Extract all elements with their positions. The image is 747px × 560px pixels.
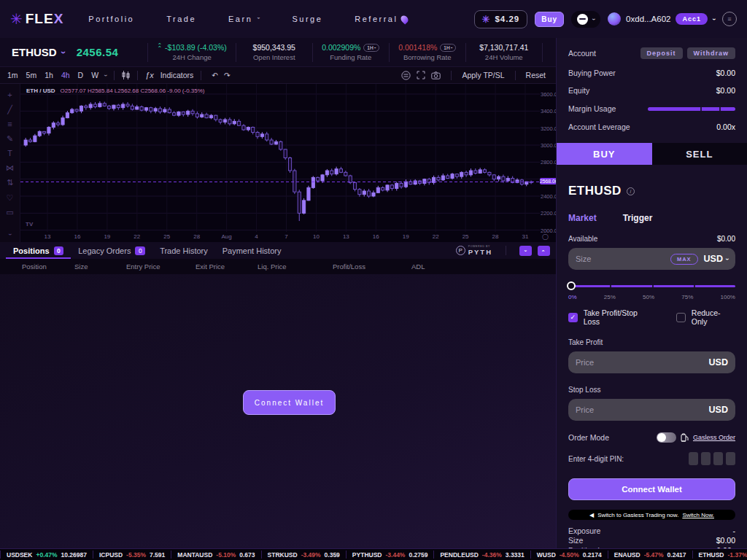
timeframe-5m[interactable]: 5m [26,71,37,79]
chart-pair-label: ETH / USD [26,88,55,94]
deposit-button[interactable]: Deposit [640,47,683,59]
chevron-down-icon[interactable]: › [102,74,109,77]
fib-lines-icon[interactable]: ≡ [7,120,12,128]
time-axis-label: 19 [403,233,409,240]
text-tool-icon[interactable]: T [7,149,12,158]
clock-icon[interactable]: ◯ [542,233,549,240]
summary-row-exposure: Exposure- [568,526,735,536]
timeframe-1m[interactable]: 1m [7,71,18,79]
undo-icon[interactable]: ↶ [209,71,221,79]
tab-buy[interactable]: BUY [557,143,652,165]
tab-positions[interactable]: Positions0 [6,242,71,259]
trade-panel: Account Deposit Withdraw Buying Power $0… [556,38,747,548]
slider-handle[interactable] [567,281,576,290]
expand-panel-button[interactable]: › [538,246,550,256]
pin-digit-input[interactable] [701,452,711,465]
tab-market[interactable]: Market [568,213,597,223]
wallet-pill[interactable]: 0xdd...A602 Acc1 › [608,12,715,26]
reset-button[interactable]: Reset [523,71,549,79]
connect-wallet-button[interactable]: Connect Wallet [243,390,336,415]
withdraw-button[interactable]: Withdraw [687,47,735,59]
stop-loss-input[interactable]: Price USD [568,399,735,421]
currency-selector[interactable]: USD › [704,254,728,264]
pin-digit-input[interactable] [726,452,735,465]
stat-open-interest: $950,343.95 Open Interest [239,43,309,61]
favorites-heart-icon[interactable]: ♡ [7,193,14,203]
price-axis[interactable]: 3600.003400.003200.003000.002800.002600.… [540,84,556,232]
max-button[interactable]: MAX [670,254,698,265]
crosshair-icon[interactable]: + [7,90,12,99]
ticker-item-enausd[interactable]: ENAUSD -5.47% 0.2417 [608,551,692,559]
collapse-panel-button[interactable]: › [519,246,532,256]
tab-trigger[interactable]: Trigger [623,213,653,223]
ticker-item-icpusd[interactable]: ICPUSD -5.35% 7.591 [93,551,171,559]
buying-power-value: $0.00 [716,69,735,77]
tab-trade-history[interactable]: Trade History [152,242,215,259]
measure-icon[interactable]: ▭ [6,208,13,217]
nav-item-trade[interactable]: Trade [166,15,196,23]
apply-tpsl-button[interactable]: Apply TP/SL [459,71,507,79]
balance-value: $4.29 [495,15,519,23]
fullscreen-icon[interactable] [414,71,428,79]
size-input[interactable]: Size MAX USD › [568,248,735,270]
timeframe-W[interactable]: W [91,71,98,79]
settings-icon[interactable]: ≡ [722,12,737,26]
indicators-button[interactable]: ƒx Indicators [145,71,193,79]
timeframe-4h[interactable]: 4h [61,71,70,79]
gas-pump-icon [681,433,689,442]
timeframe-D[interactable]: D [78,71,84,79]
ticker-item-usdsek[interactable]: USDSEK +0.47% 10.26987 [0,551,93,559]
buy-token-button[interactable]: Buy [535,12,564,27]
flex-logo[interactable]: ✳ FLEX [10,10,63,28]
ticker-item-wusd[interactable]: WUSD -4.50% 0.2174 [530,551,608,559]
pin-digit-input[interactable] [713,452,723,465]
chart-settings-icon[interactable] [398,71,414,80]
candlestick-style-icon[interactable] [122,71,130,79]
nav-item-earn[interactable]: Earn› [228,15,260,23]
take-profit-input[interactable]: Price USD [568,351,735,373]
ticker-item-ethusd[interactable]: ETHUSD -1.37% 2,536.44 [692,551,747,559]
tp-sl-checkbox[interactable]: ✓ [568,313,578,322]
gasless-order-link[interactable]: Gasless Order [693,434,735,441]
connect-wallet-button-panel[interactable]: Connect Wallet [568,478,735,500]
pair-selector[interactable]: ETHUSD › [0,46,77,58]
ticker-item-pythusd[interactable]: PYTHUSD -3.44% 0.2759 [346,551,434,559]
size-slider[interactable] [568,282,735,289]
ticker-item-pendleusd[interactable]: PENDLEUSD -4.36% 3.3331 [433,551,530,559]
network-selector[interactable]: › [571,11,600,28]
brush-icon[interactable]: ✎ [7,134,13,144]
top-nav: ✳ FLEX PortfolioTradeEarn›SurgeReferral … [0,0,747,38]
ticker-item-mantausd[interactable]: MANTAUSD -5.10% 0.673 [171,551,260,559]
tab-legacy-orders[interactable]: Legacy Orders0 [71,242,152,259]
redo-icon[interactable]: ↷ [221,71,233,79]
account-badge[interactable]: Acc1 [676,13,708,25]
screenshot-camera-icon[interactable] [428,71,444,79]
interval-badge[interactable]: 1H› [363,44,379,52]
reduce-only-checkbox[interactable] [676,313,686,322]
xabcd-pattern-icon[interactable]: ⋈ [6,163,14,173]
switch-now-link[interactable]: Switch Now. [682,512,714,518]
time-axis[interactable]: 131619222528Aug471013161922252831 [20,232,540,242]
nav-item-surge[interactable]: Surge [292,15,322,23]
candlestick-plot[interactable] [20,84,540,232]
tab-payment-history[interactable]: Payment History [215,242,289,259]
megaphone-icon: ◀ [589,512,594,518]
price-ticker-bar[interactable]: USDSEK +0.47% 10.26987 ICPUSD -5.35% 7.5… [0,548,747,560]
price-chart[interactable]: +╱≡✎T⋈⇅♡▭› 3600.003400.003200.003000.002… [0,84,556,242]
summary-row-size: Size$0.00 [568,536,735,546]
nav-item-portfolio[interactable]: Portfolio [88,15,134,23]
margin-usage-bar[interactable] [648,107,735,111]
forecast-icon[interactable]: ⇅ [7,178,13,187]
interval-badge[interactable]: 1H› [440,44,456,52]
info-icon[interactable]: i [627,187,635,195]
trend-line-icon[interactable]: ╱ [7,105,12,114]
pin-digit-input[interactable] [689,452,698,465]
timeframe-1h[interactable]: 1h [44,71,53,79]
ticker-item-strkusd[interactable]: STRKUSD -3.49% 0.359 [261,551,346,559]
positions-table-header: PositionSizeEntry PriceExit PriceLiq. Pr… [0,259,556,274]
nav-item-referral[interactable]: Referral [355,15,408,23]
balance-badge[interactable]: ✳ $4.29 [474,10,528,28]
order-mode-toggle[interactable] [657,432,676,443]
tab-sell[interactable]: SELL [652,143,747,165]
chevron-down-icon[interactable]: › [7,233,13,236]
